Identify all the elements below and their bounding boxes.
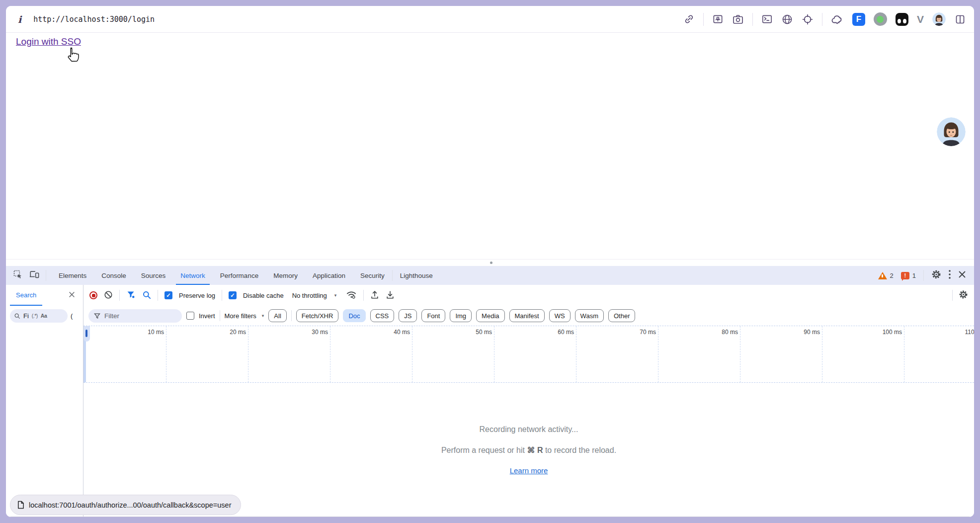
extensions-cloud-icon[interactable] — [831, 13, 844, 25]
chip-css[interactable]: CSS — [370, 309, 395, 322]
eyes-extension-icon[interactable] — [896, 13, 908, 26]
tab-security[interactable]: Security — [353, 266, 392, 285]
timeline-tick: 70 ms — [576, 326, 658, 382]
chip-wasm[interactable]: Wasm — [575, 309, 604, 322]
chip-manifest[interactable]: Manifest — [509, 309, 545, 322]
login-with-sso-link[interactable]: Login with SSO — [16, 36, 81, 47]
devtools-resize-handle[interactable] — [6, 259, 974, 266]
crosshair-icon[interactable] — [802, 13, 814, 25]
tab-sources[interactable]: Sources — [134, 266, 173, 285]
network-settings-gear-icon[interactable] — [959, 290, 968, 301]
kebab-menu-icon[interactable] — [949, 270, 951, 281]
device-toolbar-icon[interactable] — [29, 269, 40, 281]
profile-avatar[interactable] — [932, 12, 946, 26]
green-status-extension-icon[interactable] — [874, 12, 887, 26]
filter-input-field[interactable] — [104, 312, 169, 320]
collaborator-avatar[interactable] — [937, 117, 966, 146]
timeline-tick: 80 ms — [658, 326, 740, 382]
chip-all[interactable]: All — [268, 309, 286, 322]
timeline-tick: 100 ms — [822, 326, 904, 382]
hand-cursor-icon — [67, 47, 80, 65]
inspect-element-icon[interactable] — [13, 269, 23, 281]
divider — [822, 13, 822, 26]
v-extension-icon[interactable]: V — [917, 14, 924, 24]
export-har-icon[interactable] — [386, 290, 395, 301]
throttling-select[interactable]: No throttling — [292, 292, 327, 299]
truncated-text: ( — [71, 312, 73, 320]
close-search-icon[interactable] — [69, 291, 75, 300]
tab-performance[interactable]: Performance — [213, 266, 266, 285]
timeline-tick: 10 ms — [83, 326, 166, 382]
devtools-panel: Elements Console Sources Network Perform… — [6, 266, 974, 517]
tab-console[interactable]: Console — [94, 266, 134, 285]
search-results-area — [6, 326, 83, 517]
timeline-tick: 60 ms — [494, 326, 576, 382]
record-network-log-button[interactable] — [89, 291, 97, 299]
issue-count: 1 — [912, 272, 916, 279]
chevron-down-icon: ▾ — [334, 293, 337, 298]
timeline-selection-handle[interactable] — [83, 326, 90, 342]
document-icon — [17, 501, 24, 509]
site-info-icon[interactable]: i — [18, 14, 21, 25]
divider — [220, 310, 220, 321]
tab-memory[interactable]: Memory — [266, 266, 305, 285]
timeline-tick: 40 ms — [330, 326, 412, 382]
regex-toggle-icon[interactable]: (.*) — [32, 313, 38, 319]
filter-funnel-icon[interactable] — [126, 290, 136, 301]
chip-js[interactable]: JS — [399, 309, 417, 322]
chip-ws[interactable]: WS — [549, 309, 571, 322]
warning-icon[interactable] — [878, 272, 887, 279]
tab-application[interactable]: Application — [305, 266, 353, 285]
timeline-tick: 90 ms — [740, 326, 822, 382]
search-network-icon[interactable] — [142, 290, 151, 301]
divider — [291, 310, 292, 321]
tab-search[interactable]: Search — [10, 285, 42, 306]
terminal-icon[interactable] — [761, 13, 773, 25]
network-overview-timeline[interactable]: 10 ms 20 ms 30 ms 40 ms 50 ms 60 ms 70 m… — [83, 326, 974, 383]
issues-icon[interactable]: ! — [901, 272, 909, 279]
globe-icon[interactable] — [781, 13, 793, 25]
invert-checkbox[interactable] — [186, 312, 194, 320]
settings-gear-icon[interactable] — [931, 269, 941, 281]
chip-media[interactable]: Media — [476, 309, 504, 322]
chip-font[interactable]: Font — [421, 309, 445, 322]
link-preview-tooltip: localhost:7001/oauth/authorize...00/oaut… — [10, 495, 241, 515]
filter-input[interactable] — [88, 309, 182, 323]
more-filters-dropdown[interactable]: More filters — [225, 312, 256, 320]
search-query-input[interactable]: Fi (.*) Aa — [10, 309, 68, 323]
preserve-log-label: Preserve log — [179, 292, 215, 299]
copy-link-icon[interactable] — [683, 13, 695, 25]
tab-elements[interactable]: Elements — [51, 266, 94, 285]
picture-icon[interactable] — [712, 13, 724, 25]
f-extension-icon[interactable]: F — [852, 13, 865, 26]
search-input-row: Fi (.*) Aa ( — [6, 306, 83, 326]
address-url[interactable]: http://localhost:3000/login — [33, 15, 155, 24]
chip-img[interactable]: Img — [450, 309, 472, 322]
divider — [222, 290, 222, 301]
search-pane-header: Search — [6, 285, 83, 306]
close-devtools-icon[interactable] — [958, 270, 966, 280]
preserve-log-checkbox[interactable]: ✓ — [164, 291, 172, 299]
learn-more-link[interactable]: Learn more — [510, 466, 548, 475]
network-filter-row: Invert More filters ▾ All Fetch/XHR Doc … — [83, 306, 974, 326]
divider — [158, 290, 158, 301]
search-pane: Search Fi (.*) Aa ( — [6, 285, 83, 517]
devtools-tabbar-right: 2 ! 1 — [878, 269, 970, 281]
match-case-toggle-icon[interactable]: Aa — [41, 313, 47, 319]
chip-other[interactable]: Other — [608, 309, 636, 322]
import-har-icon[interactable] — [370, 290, 379, 301]
link-preview-url: localhost:7001/oauth/authorize...00/oaut… — [29, 501, 232, 509]
network-conditions-icon[interactable] — [346, 290, 357, 301]
split-view-icon[interactable] — [954, 13, 966, 25]
tab-network[interactable]: Network — [173, 266, 213, 285]
chip-fetch-xhr[interactable]: Fetch/XHR — [296, 309, 339, 322]
disable-cache-label: Disable cache — [243, 292, 284, 299]
topbar-actions: F V — [683, 12, 966, 26]
clear-network-log-icon[interactable] — [104, 290, 113, 301]
disable-cache-checkbox[interactable]: ✓ — [229, 291, 237, 299]
divider — [952, 290, 953, 301]
chip-doc[interactable]: Doc — [343, 309, 365, 322]
camera-icon[interactable] — [732, 13, 744, 25]
devtools-body: Search Fi (.*) Aa ( — [6, 285, 974, 517]
tab-lighthouse[interactable]: Lighthouse — [393, 266, 440, 285]
